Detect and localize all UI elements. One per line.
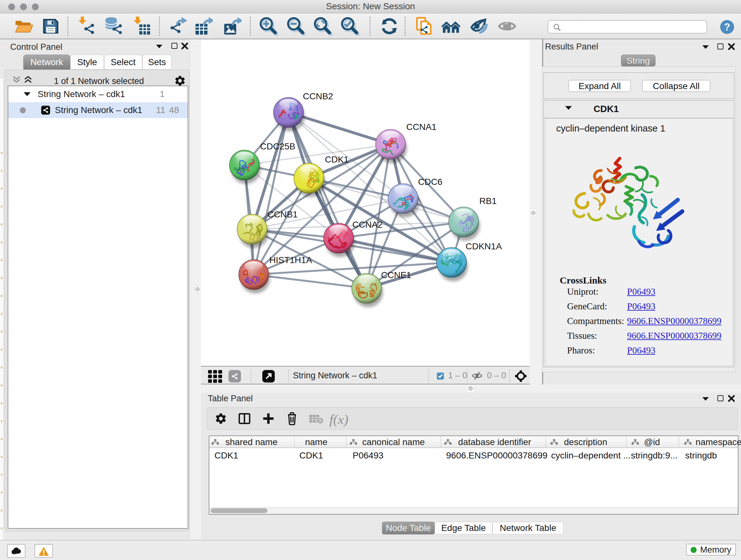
svg-text:CDC25B: CDC25B bbox=[260, 141, 295, 151]
svg-text:CDC6: CDC6 bbox=[418, 177, 442, 187]
svg-text:CDKN1A: CDKN1A bbox=[466, 241, 502, 251]
svg-text:CCNB1: CCNB1 bbox=[267, 209, 298, 219]
svg-text:CCNE1: CCNE1 bbox=[381, 270, 411, 280]
svg-text:RB1: RB1 bbox=[479, 196, 496, 206]
svg-text:CCNB2: CCNB2 bbox=[303, 91, 333, 101]
svg-text:HIST1H1A: HIST1H1A bbox=[269, 255, 312, 265]
svg-text:CCNA1: CCNA1 bbox=[406, 122, 436, 132]
svg-text:CCNA2: CCNA2 bbox=[352, 220, 383, 230]
svg-text:CDK1: CDK1 bbox=[325, 154, 349, 165]
